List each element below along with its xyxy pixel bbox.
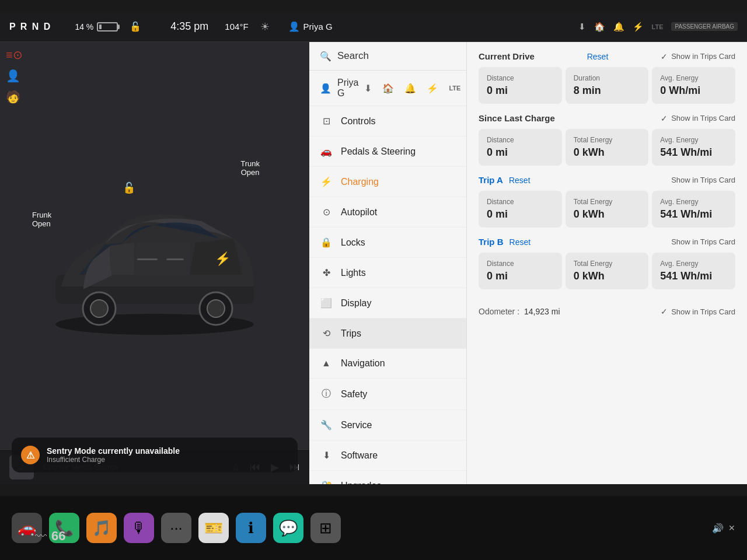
trip-b-header: Trip B Reset Show in Trips Card [479, 237, 735, 247]
volume-area[interactable]: 🔊 ✕ [712, 523, 735, 534]
current-drive-duration-value: 8 min [574, 85, 641, 97]
since-charge-distance-label: Distance [487, 136, 554, 144]
software-icon: ⬇ [320, 450, 333, 461]
trip-b-total-energy-label: Total Energy [574, 260, 641, 268]
since-last-charge-section: Since Last Charge ✓ Show in Trips Card D… [479, 113, 735, 166]
prnd-display: P R N D [9, 22, 51, 32]
temp-display: 104°F [225, 22, 248, 32]
main-content: ≡⊙ 👤 🧑 Trunk Open Frunk Open [0, 42, 747, 484]
trip-a-reset-button[interactable]: Reset [509, 176, 530, 185]
trips-label: Trips [341, 328, 361, 339]
odometer-value: 14,923 mi [524, 307, 560, 316]
tesla-screen: P R N D 14 % 🔓 4:35 pm 104°F ☀ 👤 Priya G… [0, 12, 747, 484]
since-last-charge-stats: Distance 0 mi Total Energy 0 kWh Avg. En… [479, 129, 735, 166]
menu-item-pedals[interactable]: 🚗 Pedals & Steering [309, 136, 466, 167]
trips-detail-panel: Current Drive Reset ✓ Show in Trips Card… [467, 42, 747, 484]
volume-icon: 🔊 [712, 523, 724, 534]
current-drive-distance-card: Distance 0 mi [479, 67, 562, 104]
current-drive-section: Current Drive Reset ✓ Show in Trips Card… [479, 51, 735, 104]
menu-item-locks[interactable]: 🔒 Locks [309, 228, 466, 258]
safety-label: Safety [341, 389, 367, 400]
autopilot-icon: ⊙ [320, 206, 333, 218]
taskbar-info-icon[interactable]: ℹ [236, 513, 266, 543]
battery-icon [97, 22, 118, 32]
odometer-trips-label: Show in Trips Card [671, 307, 735, 316]
speed-value: 66 [51, 528, 65, 544]
trip-a-show-trips[interactable]: Show in Trips Card [671, 176, 735, 184]
lights-label: Lights [341, 268, 366, 278]
current-drive-show-trips[interactable]: ✓ Show in Trips Card [661, 52, 735, 61]
trip-b-distance-value: 0 mi [487, 270, 554, 282]
menu-item-lights[interactable]: ✤ Lights [309, 258, 466, 288]
menu-item-upgrades[interactable]: 🔐 Upgrades [309, 471, 466, 484]
bell-action-icon[interactable]: 🔔 [404, 83, 416, 94]
trip-a-distance-label: Distance [487, 198, 554, 206]
display-label: Display [341, 298, 371, 309]
trips-icon: ⟲ [320, 328, 333, 339]
menu-item-service[interactable]: 🔧 Service [309, 410, 466, 440]
lock-open-icon: 🔓 [123, 181, 135, 194]
locks-icon: 🔒 [320, 237, 333, 248]
since-charge-checkbox-icon: ✓ [661, 114, 668, 123]
upgrades-icon: 🔐 [320, 480, 333, 484]
taskbar-chat-icon[interactable]: 💬 [273, 513, 303, 543]
trip-b-trips-label: Show in Trips Card [671, 237, 735, 246]
current-drive-reset-button[interactable]: Reset [587, 52, 609, 61]
service-icon: 🔧 [320, 419, 333, 430]
taskbar-ticket-icon[interactable]: 🎫 [198, 513, 229, 543]
trip-a-title: Trip A [479, 175, 503, 185]
since-charge-avg-energy-value: 541 Wh/mi [660, 146, 727, 159]
sentry-secondary-text: Insufficient Charge [47, 456, 180, 464]
odometer-row: Odometer : 14,923 mi ✓ Show in Trips Car… [479, 299, 735, 324]
weather-icon: ☀ [260, 20, 270, 33]
menu-item-navigation[interactable]: ▲ Navigation [309, 349, 466, 379]
taskbar-grid-icon[interactable]: ⊞ [310, 513, 341, 543]
taskbar-podcast-icon[interactable]: 🎙 [124, 513, 154, 543]
menu-item-trips[interactable]: ⟲ Trips [309, 318, 466, 349]
menu-item-autopilot[interactable]: ⊙ Autopilot [309, 197, 466, 228]
frunk-label: Frunk Open [32, 211, 51, 228]
current-drive-energy-value: 0 Wh/mi [660, 85, 727, 97]
lte-action-badge: LTE [449, 85, 460, 92]
search-bar[interactable]: 🔍 Search [309, 42, 466, 71]
lte-badge: LTE [652, 23, 664, 30]
upgrades-label: Upgrades [341, 481, 381, 485]
taskbar: 〰 66 🚗 📞 🎵 🎙 ··· 🎫 ℹ 💬 ⊞ 🔊 ✕ [0, 496, 747, 560]
status-bar: P R N D 14 % 🔓 4:35 pm 104°F ☀ 👤 Priya G… [0, 12, 747, 42]
menu-panel: 🔍 Search 👤 Priya G ⬇ 🏠 🔔 ⚡ LTE ⊡ Control… [309, 42, 467, 484]
odometer-show-trips[interactable]: ✓ Show in Trips Card [661, 307, 735, 316]
passenger-airbag-badge: PASSENGER AIRBAG [671, 22, 738, 31]
bluetooth-action-icon[interactable]: ⚡ [427, 83, 438, 94]
trip-a-stats: Distance 0 mi Total Energy 0 kWh Avg. En… [479, 191, 735, 228]
profile-row[interactable]: 👤 Priya G ⬇ 🏠 🔔 ⚡ LTE [309, 71, 466, 106]
menu-item-display[interactable]: ⬜ Display [309, 288, 466, 318]
taskbar-audio-icon[interactable]: 🎵 [86, 513, 117, 543]
since-charge-total-energy-card: Total Energy 0 kWh [566, 129, 649, 166]
service-label: Service [341, 420, 372, 430]
trip-b-section: Trip B Reset Show in Trips Card Distance… [479, 237, 735, 289]
download-action-icon[interactable]: ⬇ [364, 83, 372, 94]
trip-b-reset-button[interactable]: Reset [509, 237, 531, 247]
trip-a-total-energy-value: 0 kWh [574, 208, 641, 220]
current-drive-header: Current Drive Reset ✓ Show in Trips Card [479, 51, 735, 61]
since-last-charge-show-trips[interactable]: ✓ Show in Trips Card [661, 114, 735, 123]
menu-item-controls[interactable]: ⊡ Controls [309, 106, 466, 136]
taskbar-more-icon[interactable]: ··· [161, 513, 191, 543]
controls-icon: ⊡ [320, 116, 333, 127]
charging-icon: ⚡ [320, 176, 333, 187]
svg-rect-7 [166, 258, 184, 260]
volume-x-icon: ✕ [728, 523, 735, 533]
trip-a-total-energy-card: Total Energy 0 kWh [566, 191, 649, 228]
since-charge-avg-energy-label: Avg. Energy [660, 136, 727, 144]
pedals-icon: 🚗 [320, 146, 333, 157]
trip-a-distance-value: 0 mi [487, 208, 554, 220]
trip-b-total-energy-value: 0 kWh [574, 270, 641, 282]
trip-a-avg-energy-card: Avg. Energy 541 Wh/mi [652, 191, 735, 228]
odometer-checkbox-icon: ✓ [661, 307, 668, 316]
menu-item-software[interactable]: ⬇ Software [309, 440, 466, 471]
profile-name-status: Priya G [303, 22, 333, 32]
menu-item-charging[interactable]: ⚡ Charging [309, 167, 466, 197]
home-action-icon[interactable]: 🏠 [382, 83, 394, 94]
trip-b-show-trips[interactable]: Show in Trips Card [671, 237, 735, 246]
menu-item-safety[interactable]: ⓘ Safety [309, 379, 466, 410]
